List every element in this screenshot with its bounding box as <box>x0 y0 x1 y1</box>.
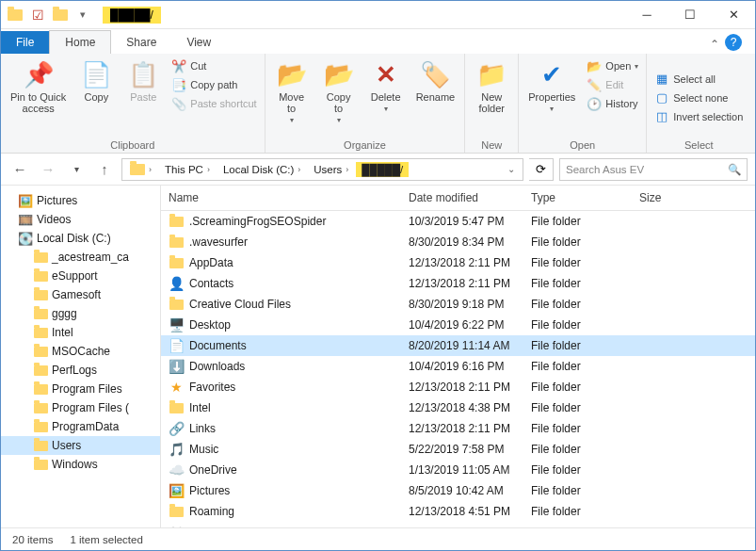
tree-node[interactable]: 🎞️Videos <box>1 210 160 229</box>
tree-node[interactable]: eSupport <box>1 267 160 285</box>
column-type[interactable]: Type <box>523 186 632 210</box>
file-row[interactable]: 🖥️Desktop10/4/2019 6:22 PMFile folder <box>161 315 755 335</box>
file-name: Documents <box>189 339 247 352</box>
tab-view[interactable]: View <box>171 31 226 54</box>
tree-node-label: MSOCache <box>52 345 110 358</box>
tree-node[interactable]: Windows <box>1 455 160 474</box>
folder-icon <box>33 306 48 321</box>
tree-node[interactable]: gggg <box>1 304 160 323</box>
breadcrumb-this-pc[interactable]: This PC› <box>159 162 216 177</box>
breadcrumb-current[interactable]: █████/ <box>356 162 409 177</box>
column-name[interactable]: Name <box>161 186 401 210</box>
breadcrumb-local-disk[interactable]: Local Disk (C:)› <box>217 162 306 177</box>
open-button[interactable]: 📂Open▾ <box>585 57 640 74</box>
select-all-button[interactable]: ▦Select all <box>652 71 745 88</box>
file-row[interactable]: ★Favorites12/13/2018 2:11 PMFile folder <box>161 377 755 397</box>
tree-node-label: PerfLogs <box>52 364 97 377</box>
file-row[interactable]: AppData12/13/2018 2:11 PMFile folder <box>161 252 755 273</box>
group-organize-label: Organize <box>344 138 386 151</box>
file-row[interactable]: .ScreamingFrogSEOSpider10/3/2019 5:47 PM… <box>161 211 755 232</box>
properties-icon: ✔ <box>537 59 567 89</box>
qat-newfolder-icon[interactable] <box>50 5 71 25</box>
copy-path-button[interactable]: 📑Copy path <box>169 76 258 93</box>
file-row[interactable]: ☁️OneDrive1/13/2019 11:05 AMFile folder <box>161 460 755 480</box>
file-date: 12/13/2018 2:11 PM <box>401 419 523 438</box>
onedrive-icon: ☁️ <box>169 462 184 478</box>
recent-locations-button[interactable]: ▾ <box>65 158 88 181</box>
new-folder-button[interactable]: 📁 New folder <box>471 57 512 116</box>
properties-button[interactable]: ✔ Properties▾ <box>524 57 579 115</box>
file-date: 8/30/2019 9:18 PM <box>401 295 523 314</box>
up-button[interactable]: ↑ <box>93 158 116 181</box>
move-to-button[interactable]: 📂 Move to▾ <box>271 57 313 126</box>
column-size[interactable]: Size <box>632 186 698 210</box>
invert-selection-icon: ◫ <box>654 109 669 124</box>
help-button[interactable]: ? <box>725 34 742 51</box>
file-list[interactable]: Name Date modified Type Size .ScreamingF… <box>161 186 755 529</box>
tree-node[interactable]: Program Files <box>1 380 160 398</box>
tree-node[interactable]: Gamesoft <box>1 285 160 304</box>
desktop-icon: 🖥️ <box>169 317 184 332</box>
file-row[interactable]: 👤Contacts12/13/2018 2:11 PMFile folder <box>161 273 755 294</box>
file-size <box>632 467 698 473</box>
file-row[interactable]: Intel12/13/2018 4:38 PMFile folder <box>161 397 755 418</box>
file-row[interactable]: .wavesurfer8/30/2019 8:34 PMFile folder <box>161 232 755 252</box>
file-row[interactable]: Roaming12/13/2018 4:51 PMFile folder <box>161 501 755 522</box>
qat-properties-icon[interactable]: ☑ <box>27 5 48 25</box>
file-row[interactable]: Creative Cloud Files8/30/2019 9:18 PMFil… <box>161 294 755 315</box>
tree-node[interactable]: _acestream_ca <box>1 248 160 267</box>
file-row[interactable]: 🎵Music5/22/2019 7:58 PMFile folder <box>161 439 755 460</box>
column-date[interactable]: Date modified <box>401 186 523 210</box>
file-name: Pictures <box>189 484 230 497</box>
tree-node[interactable]: PerfLogs <box>1 361 160 380</box>
tree-node[interactable]: ProgramData <box>1 417 160 436</box>
history-button[interactable]: 🕑History <box>585 95 640 112</box>
file-row[interactable]: 🔗Links12/13/2018 2:11 PMFile folder <box>161 418 755 439</box>
refresh-button[interactable]: ⟳ <box>529 158 554 181</box>
breadcrumb-users[interactable]: Users› <box>308 162 354 177</box>
address-folder-icon <box>130 164 145 175</box>
copy-button[interactable]: 📄 Copy <box>75 57 117 105</box>
file-size <box>632 219 698 224</box>
delete-button[interactable]: ✕ Delete▾ <box>365 57 407 115</box>
tab-home[interactable]: Home <box>49 30 111 54</box>
qat-folder-icon[interactable] <box>5 5 25 25</box>
forward-button[interactable]: → <box>37 158 59 181</box>
file-row[interactable]: 📄Documents8/20/2019 11:14 AMFile folder <box>161 335 755 356</box>
back-button[interactable]: ← <box>8 158 31 181</box>
file-name: Favorites <box>189 381 235 394</box>
tree-node[interactable]: MSOCache <box>1 342 160 361</box>
tree-node[interactable]: Users <box>1 436 160 455</box>
tree-node[interactable]: 🖼️Pictures <box>1 191 160 210</box>
navigation-tree[interactable]: 🖼️Pictures🎞️Videos💽Local Disk (C:)_acest… <box>1 186 161 529</box>
tab-share[interactable]: Share <box>111 31 171 54</box>
search-input[interactable]: Search Asus EV 🔍 <box>559 158 748 181</box>
tree-node[interactable]: Intel <box>1 323 160 342</box>
select-none-button[interactable]: ▢Select none <box>652 89 745 106</box>
rename-button[interactable]: 🏷️ Rename <box>412 57 459 105</box>
file-row[interactable]: ⬇️Downloads10/4/2019 6:16 PMFile folder <box>161 356 755 377</box>
invert-selection-button[interactable]: ◫Invert selection <box>652 108 745 125</box>
file-row[interactable]: 🖼️Pictures8/5/2019 10:42 AMFile folder <box>161 480 755 501</box>
disk-icon: 💽 <box>18 231 33 246</box>
documents-icon: 📄 <box>169 338 184 353</box>
copy-to-button[interactable]: 📂 Copy to▾ <box>318 57 360 126</box>
paste-icon: 📋 <box>128 59 158 89</box>
edit-button[interactable]: ✏️Edit <box>585 76 640 93</box>
pin-to-quick-access-button[interactable]: 📌 Pin to Quick access <box>7 57 70 116</box>
close-button[interactable]: ✕ <box>712 1 755 29</box>
file-date: 10/3/2019 5:47 PM <box>401 212 523 231</box>
ribbon-collapse-icon[interactable]: ⌃ <box>710 38 719 51</box>
tree-node[interactable]: 💽Local Disk (C:) <box>1 229 160 248</box>
address-dropdown-icon[interactable]: ⌄ <box>502 164 521 174</box>
cut-button[interactable]: ✂️Cut <box>169 57 258 74</box>
tree-node[interactable]: Program Files ( <box>1 398 160 417</box>
minimize-button[interactable]: ─ <box>625 1 668 29</box>
paste-button[interactable]: 📋 Paste <box>122 57 164 105</box>
maximize-button[interactable]: ☐ <box>668 1 712 29</box>
tab-file[interactable]: File <box>1 31 49 54</box>
file-size <box>632 260 698 266</box>
qat-dropdown-icon[interactable]: ▾ <box>72 5 93 25</box>
paste-shortcut-button[interactable]: 📎Paste shortcut <box>169 95 258 112</box>
address-bar[interactable]: › This PC› Local Disk (C:)› Users› █████… <box>121 158 523 181</box>
